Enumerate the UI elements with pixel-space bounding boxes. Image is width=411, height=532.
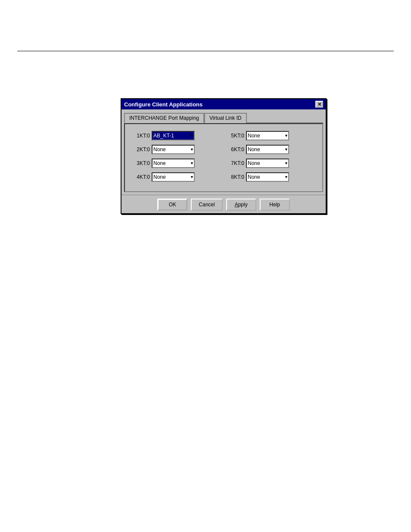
port-row-kt5: 5KT:0 None	[228, 131, 314, 140]
select-wrapper-kt7: None	[246, 159, 289, 168]
label-kt4: 4KT:0	[134, 174, 150, 180]
tab-bar: INTERCHANGE Port Mapping Virtual Link ID	[124, 112, 323, 123]
port-row-kt6: 6KT:0 None	[228, 145, 314, 154]
label-kt3: 3KT:0	[134, 160, 150, 166]
select-wrapper-kt1: AB_KT-1 None	[152, 131, 195, 140]
select-wrapper-kt3: None	[152, 159, 195, 168]
select-wrapper-kt5: None	[246, 131, 289, 140]
port-row-kt7: 7KT:0 None	[228, 159, 314, 168]
port-row-kt1: 1KT:0 AB_KT-1 None	[134, 131, 219, 140]
select-wrapper-kt2: None	[152, 145, 195, 154]
help-button[interactable]: Help	[260, 199, 290, 211]
tab-interchange[interactable]: INTERCHANGE Port Mapping	[124, 113, 204, 123]
label-kt2: 2KT:0	[134, 146, 150, 152]
tab-virtuallink[interactable]: Virtual Link ID	[204, 113, 246, 123]
cancel-button[interactable]: Cancel	[191, 199, 222, 211]
label-kt1: 1KT:0	[134, 133, 150, 139]
apply-button[interactable]: Apply	[226, 199, 256, 211]
port-row-kt3: 3KT:0 None	[134, 159, 219, 168]
port-row-kt2: 2KT:0 None	[134, 145, 219, 154]
port-row-kt8: 8KT:0 None	[228, 172, 314, 182]
dialog-titlebar: Configure Client Applications ✕	[121, 99, 326, 109]
dialog-close-button[interactable]: ✕	[315, 101, 323, 108]
select-kt5[interactable]: None	[246, 131, 289, 140]
apply-label: Apply	[235, 202, 248, 208]
port-grid: 1KT:0 AB_KT-1 None 5KT:0 None	[134, 131, 314, 182]
select-wrapper-kt4: None	[152, 172, 195, 182]
select-kt7[interactable]: None	[246, 159, 289, 168]
select-kt6[interactable]: None	[246, 145, 289, 154]
label-kt8: 8KT:0	[228, 174, 244, 180]
select-kt4[interactable]: None	[152, 172, 195, 182]
label-kt7: 7KT:0	[228, 160, 244, 166]
select-wrapper-kt6: None	[246, 145, 289, 154]
select-kt8[interactable]: None	[246, 172, 289, 182]
select-kt3[interactable]: None	[152, 159, 195, 168]
select-kt1[interactable]: AB_KT-1 None	[152, 131, 195, 140]
configure-dialog: Configure Client Applications ✕ INTERCHA…	[121, 98, 327, 214]
port-row-kt4: 4KT:0 None	[134, 172, 219, 182]
ok-button[interactable]: OK	[157, 199, 187, 211]
button-row: OK Cancel Apply Help	[121, 195, 326, 213]
label-kt6: 6KT:0	[228, 146, 244, 152]
top-divider	[17, 51, 394, 51]
dialog-title: Configure Client Applications	[124, 101, 202, 108]
dialog-body: 1KT:0 AB_KT-1 None 5KT:0 None	[124, 123, 323, 192]
select-kt2[interactable]: None	[152, 145, 195, 154]
page-background: Configure Client Applications ✕ INTERCHA…	[0, 0, 411, 532]
select-wrapper-kt8: None	[246, 172, 289, 182]
label-kt5: 5KT:0	[228, 133, 244, 139]
